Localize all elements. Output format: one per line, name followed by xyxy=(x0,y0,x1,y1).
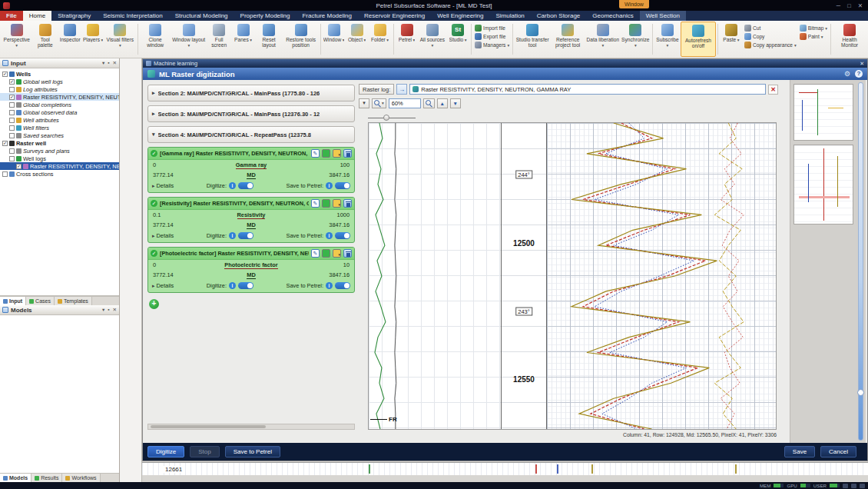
tab-carbon-storage[interactable]: Carbon Storage xyxy=(531,11,586,21)
save-to-petrel-button[interactable]: Save to Petrel xyxy=(225,446,280,457)
delete-curve-button[interactable] xyxy=(343,249,352,258)
tree-item-well-logs[interactable]: Well logs xyxy=(0,155,119,162)
page-up-button[interactable]: ▲ xyxy=(437,98,448,108)
checkbox[interactable] xyxy=(9,110,15,115)
inspector-button[interactable]: Inspector xyxy=(58,22,81,57)
tab-home[interactable]: Home xyxy=(23,11,51,21)
panes-button[interactable]: Panes ▾ xyxy=(232,22,255,57)
cut-button[interactable]: Cut xyxy=(744,25,797,32)
dialog-titlebar[interactable]: Machine learning ✕ xyxy=(143,59,867,68)
zoom-apply-button[interactable] xyxy=(423,98,435,108)
tree-item-log-attributes[interactable]: Log attributes xyxy=(0,85,119,93)
tab-file[interactable]: File xyxy=(0,11,23,21)
color-swatch-yellow[interactable]: ▾ xyxy=(333,149,341,158)
synchronize-button[interactable]: Synchronize ▾ xyxy=(620,22,651,57)
checkbox[interactable]: ✓ xyxy=(2,72,8,77)
visual-filters-button[interactable]: Visual filters ▾ xyxy=(104,22,135,57)
health-monitor-button[interactable]: Health Monitor xyxy=(833,22,866,57)
assign-arrow-button[interactable]: → xyxy=(396,84,407,95)
checkbox[interactable] xyxy=(9,148,15,154)
checkbox[interactable]: ✓ xyxy=(9,79,15,85)
subscribe-button[interactable]: Subscribe ▾ xyxy=(654,22,681,57)
slider-handle[interactable] xyxy=(383,115,389,121)
clone-window-button[interactable]: Clone window xyxy=(140,22,171,57)
section-header[interactable]: ▾Section 4: MAI/MPD/CNT/GR/CAL - RepeatP… xyxy=(147,126,355,143)
delete-curve-button[interactable] xyxy=(343,149,352,158)
checkbox[interactable] xyxy=(9,156,15,161)
tab-workflows[interactable]: Workflows xyxy=(62,474,100,482)
details-button[interactable]: ▸Details xyxy=(152,232,174,239)
tab-geomechanics[interactable]: Geomechanics xyxy=(586,11,639,21)
studio-button[interactable]: StStudio ▾ xyxy=(446,22,469,57)
all-sources-button[interactable]: All sources ▾ xyxy=(419,22,447,57)
export-file-button[interactable]: Export file xyxy=(475,33,509,40)
scrollbar-thumb[interactable] xyxy=(151,425,266,428)
page-down-button[interactable]: ▼ xyxy=(450,98,461,108)
players-button[interactable]: Players ▾ xyxy=(81,22,104,57)
checkbox[interactable] xyxy=(9,133,15,138)
color-swatch-green[interactable] xyxy=(322,149,330,158)
tree-item-global-well-logs[interactable]: ✓Global well logs xyxy=(0,78,119,85)
tree-item-raster-well[interactable]: ✓Raster well xyxy=(0,139,119,147)
tab-templates[interactable]: Templates xyxy=(55,297,92,305)
save-to-petrel-toggle[interactable] xyxy=(335,182,350,189)
details-button[interactable]: ▸Details xyxy=(152,182,174,189)
managers-button[interactable]: Managers▾ xyxy=(475,42,509,48)
checkbox[interactable]: ✓ xyxy=(2,141,8,146)
overview-scrollbar-handle[interactable] xyxy=(857,389,864,396)
window-layout-button[interactable]: Window layout ▾ xyxy=(171,22,207,57)
color-swatch-yellow[interactable]: ▾ xyxy=(333,249,341,258)
delete-curve-button[interactable] xyxy=(343,199,352,208)
tree-item-surveys-and-plans[interactable]: Surveys and plans xyxy=(0,147,119,155)
digitize-button[interactable]: Digitize xyxy=(147,446,184,457)
details-button[interactable]: ▸Details xyxy=(152,282,174,289)
overview-thumbnail-2[interactable] xyxy=(793,145,853,225)
tab-property-modeling[interactable]: Property Modeling xyxy=(234,11,297,21)
maximize-button[interactable]: □ xyxy=(847,2,851,9)
autorefresh-on-off-button[interactable]: Autorefresh on/off xyxy=(681,22,716,57)
raster-log-input[interactable]: Raster RESISTIVITY, DENSITY, NEUTRON, GA… xyxy=(409,84,766,95)
folder-button[interactable]: Folder ▾ xyxy=(369,22,392,57)
help-icon[interactable]: ? xyxy=(855,70,863,78)
checkbox[interactable] xyxy=(2,171,8,177)
horizontal-scrollbar[interactable] xyxy=(147,424,355,430)
tab-input[interactable]: Input xyxy=(0,297,26,305)
tab-well-section[interactable]: Well Section xyxy=(640,11,686,21)
zoom-input[interactable] xyxy=(389,98,421,108)
checkbox[interactable] xyxy=(9,87,15,92)
checkbox[interactable] xyxy=(9,118,15,123)
save-to-petrel-toggle[interactable] xyxy=(335,232,350,239)
section-header[interactable]: ▸Section 2: MAI/MPD/CNT/GR/CAL - MainPas… xyxy=(147,85,355,101)
tab-models[interactable]: Models xyxy=(0,474,31,482)
tree-item-saved-searches[interactable]: Saved searches xyxy=(0,131,119,139)
dialog-close-icon[interactable]: ✕ xyxy=(860,61,864,67)
section-header[interactable]: ▸Section 3: MAI/MPD/CNT/GR/CAL - MainPas… xyxy=(147,105,355,122)
checkbox[interactable] xyxy=(9,125,15,131)
tab-seismic-interpretation[interactable]: Seismic Interpretation xyxy=(97,11,168,21)
color-swatch-green[interactable] xyxy=(322,249,330,258)
digitize-toggle[interactable] xyxy=(238,182,253,189)
gear-icon[interactable]: ⚙ xyxy=(844,70,850,78)
tree-item-well-filters[interactable]: Well filters xyxy=(0,124,119,131)
cancel-button[interactable]: Cancel xyxy=(820,446,856,457)
statusbar-icon[interactable] xyxy=(851,484,856,488)
tab-stratigraphy[interactable]: Stratigraphy xyxy=(51,11,97,21)
import-file-button[interactable]: Import file xyxy=(475,25,509,32)
close-pane-icon[interactable]: ✕ xyxy=(113,60,117,66)
object-button[interactable]: Object ▾ xyxy=(346,22,369,57)
minimize-button[interactable]: ─ xyxy=(837,2,840,9)
copy-button[interactable]: Copy xyxy=(744,33,797,40)
overview-thumbnail-1[interactable] xyxy=(793,84,853,141)
tab-well-engineering[interactable]: Well Engineering xyxy=(431,11,489,21)
restore-tools-position-button[interactable]: Restore tools position xyxy=(283,22,319,57)
tree-item-wells[interactable]: ✓Wells xyxy=(0,70,119,78)
stop-button[interactable]: Stop xyxy=(190,446,219,457)
perspective-button[interactable]: Perspective ▾ xyxy=(2,22,31,57)
digitize-pen-icon[interactable]: ✎ xyxy=(311,149,320,158)
statusbar-icon[interactable] xyxy=(843,484,848,488)
color-swatch-green[interactable] xyxy=(322,199,330,208)
paint-button[interactable]: Paint▾ xyxy=(800,33,827,40)
tab-cases[interactable]: Cases xyxy=(26,297,55,305)
copy-appearance-button[interactable]: Copy appearance▾ xyxy=(744,42,797,48)
checkbox[interactable] xyxy=(9,102,15,108)
